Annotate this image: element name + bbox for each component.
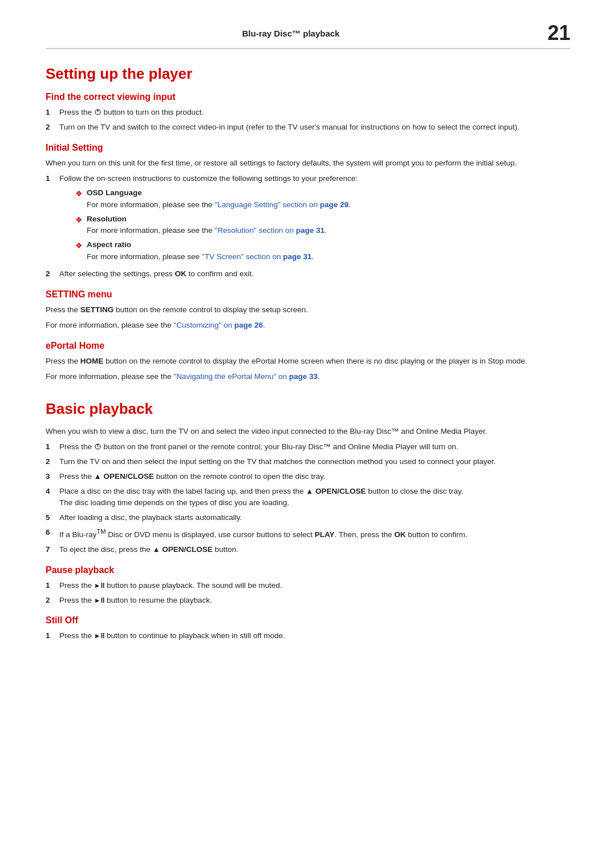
openclose-bold-7: OPEN/CLOSE	[162, 545, 213, 554]
initial-step-num-2: 2	[46, 268, 56, 280]
setting-up-title: Setting up the player	[46, 65, 570, 83]
playpause-icon-so: ►II	[94, 631, 105, 642]
home-bold: HOME	[80, 357, 104, 365]
bp-step-2: 2 Turn the TV on and then select the inp…	[46, 456, 570, 468]
osd-label: OSD Language	[87, 188, 142, 197]
initial-setting-steps: 1 Follow the on-screen instructions to c…	[46, 173, 570, 280]
bp-step-4-content: Place a disc on the disc tray with the l…	[59, 486, 570, 510]
still-off-step-num-1: 1	[46, 630, 56, 642]
pause-step-2-content: Press the ►II button to resume the playb…	[59, 595, 570, 607]
step-1-content: Press the button to turn on this product…	[59, 107, 570, 119]
ok-bold-6: OK	[394, 530, 406, 539]
still-off-step-1: 1 Press the ►II button to continue to pl…	[46, 630, 570, 642]
eportal-subtitle: ePortal Home	[46, 341, 570, 351]
bp-step-3: 3 Press the ▲ OPEN/CLOSE button on the r…	[46, 471, 570, 483]
bp-step-5: 5 After loading a disc, the playback sta…	[46, 512, 570, 524]
playpause-icon-p2: ►II	[94, 595, 105, 606]
bp-step-5-content: After loading a disc, the playback start…	[59, 512, 570, 524]
power-icon	[94, 108, 102, 116]
aspect-label: Aspect ratio	[87, 240, 131, 249]
initial-step-2-content: After selecting the settings, press OK t…	[59, 268, 570, 280]
bp-step-1: 1 Press the button on the front panel or…	[46, 441, 570, 453]
initial-step-1-content: Follow the on-screen instructions to cus…	[59, 173, 570, 265]
aspect-content: Aspect ratio For more information, pleas…	[87, 239, 570, 263]
bp-step-2-content: Turn the TV on and then select the input…	[59, 456, 570, 468]
page-header-title: Blu-ray Disc™ playback	[46, 29, 536, 38]
step-num-2: 2	[46, 122, 56, 134]
playpause-icon-p1: ►II	[94, 580, 105, 591]
initial-item-resolution: ❖ Resolution For more information, pleas…	[75, 213, 570, 237]
initial-item-aspect: ❖ Aspect ratio For more information, ple…	[75, 239, 570, 263]
initial-item-osd: ❖ OSD Language For more information, ple…	[75, 187, 570, 211]
bp-step-num-1: 1	[46, 441, 56, 453]
bp-step-num-6: 6	[46, 527, 56, 539]
pause-step-1: 1 Press the ►II button to pause playback…	[46, 580, 570, 592]
setting-menu-line1: Press the SETTING button on the remote c…	[46, 304, 570, 316]
diamond-icon-osd: ❖	[75, 188, 83, 200]
initial-setting-subtitle: Initial Setting	[46, 143, 570, 153]
still-off-steps: 1 Press the ►II button to continue to pl…	[46, 630, 570, 642]
setting-menu-subtitle: SETTING menu	[46, 289, 570, 300]
pause-step-2: 2 Press the ►II button to resume the pla…	[46, 595, 570, 607]
basic-playback-intro: When you wish to view a disc, turn the T…	[46, 426, 570, 438]
still-off-subtitle: Still Off	[46, 615, 570, 626]
pause-step-1-content: Press the ►II button to pause playback. …	[59, 580, 570, 592]
initial-step-num-1: 1	[46, 173, 56, 185]
eject-icon-3: ▲	[94, 471, 102, 482]
initial-setting-intro: When you turn on this unit for the first…	[46, 158, 570, 170]
find-input-steps: 1 Press the button to turn on this produ…	[46, 107, 570, 134]
eject-icon-7: ▲	[153, 544, 160, 555]
eportal-line2: For more information, please see the "Na…	[46, 371, 570, 383]
bp-step-4: 4 Place a disc on the disc tray with the…	[46, 486, 570, 510]
aspect-link[interactable]: "TV Screen" section on page 31	[202, 252, 312, 261]
resolution-link[interactable]: "Resolution" section on page 31	[214, 226, 325, 235]
bp-step-4-note: The disc loading time depends on the typ…	[59, 498, 289, 507]
resolution-page: page 31	[296, 226, 325, 235]
basic-playback-section: Basic playback When you wish to view a d…	[46, 400, 570, 643]
play-bold: PLAY	[315, 530, 335, 539]
bp-step-num-5: 5	[46, 512, 56, 524]
initial-items-list: ❖ OSD Language For more information, ple…	[75, 187, 570, 264]
diamond-icon-resolution: ❖	[75, 214, 83, 227]
customizing-page: page 26	[234, 321, 263, 329]
bp-step-num-2: 2	[46, 456, 56, 468]
setting-menu-line2: For more information, please see the "Cu…	[46, 320, 570, 332]
resolution-content: Resolution For more information, please …	[87, 213, 570, 237]
eportal-link[interactable]: "Navigating the ePortal Menu" on page 33	[173, 372, 318, 381]
openclose-bold-3: OPEN/CLOSE	[103, 472, 154, 481]
basic-playback-steps: 1 Press the button on the front panel or…	[46, 441, 570, 556]
pause-step-num-1: 1	[46, 580, 56, 592]
osd-link[interactable]: "Language Setting" section on page 29	[214, 200, 348, 209]
eportal-line1: Press the HOME button on the remote cont…	[46, 356, 570, 368]
ok-bold: OK	[175, 269, 187, 278]
initial-step-1-text: Follow the on-screen instructions to cus…	[59, 174, 358, 183]
openclose-bold-4: OPEN/CLOSE	[315, 487, 366, 495]
basic-playback-title: Basic playback	[46, 400, 570, 418]
pause-playback-steps: 1 Press the ►II button to pause playback…	[46, 580, 570, 607]
resolution-label: Resolution	[87, 215, 127, 223]
bp-step-7-content: To eject the disc, press the ▲ OPEN/CLOS…	[59, 544, 570, 556]
find-input-subtitle: Find the correct viewing input	[46, 92, 570, 102]
find-step-1: 1 Press the button to turn on this produ…	[46, 107, 570, 119]
eject-icon-4: ▲	[306, 486, 313, 497]
bp-step-6: 6 If a Blu-rayTM Disc or DVD menu is dis…	[46, 527, 570, 541]
osd-page: page 29	[320, 200, 348, 209]
step-num-1: 1	[46, 107, 56, 119]
initial-step-1: 1 Follow the on-screen instructions to c…	[46, 173, 570, 265]
bp-step-7: 7 To eject the disc, press the ▲ OPEN/CL…	[46, 544, 570, 556]
bp-step-1-content: Press the button on the front panel or t…	[59, 441, 570, 453]
pause-playback-subtitle: Pause playback	[46, 565, 570, 575]
step-2-content: Turn on the TV and switch to the correct…	[59, 122, 570, 134]
tm-sup: TM	[96, 528, 106, 535]
diamond-icon-aspect: ❖	[75, 240, 83, 252]
bp-step-num-4: 4	[46, 486, 56, 498]
bp-step-3-content: Press the ▲ OPEN/CLOSE button on the rem…	[59, 471, 570, 483]
page: Blu-ray Disc™ playback 21 Setting up the…	[0, 0, 616, 867]
aspect-page: page 31	[283, 252, 311, 261]
customizing-link[interactable]: "Customizing" on page 26	[173, 321, 263, 329]
eportal-page: page 33	[289, 372, 318, 381]
osd-content: OSD Language For more information, pleas…	[87, 187, 570, 211]
initial-step-2: 2 After selecting the settings, press OK…	[46, 268, 570, 280]
page-number: 21	[548, 23, 570, 43]
bp-step-num-3: 3	[46, 471, 56, 483]
